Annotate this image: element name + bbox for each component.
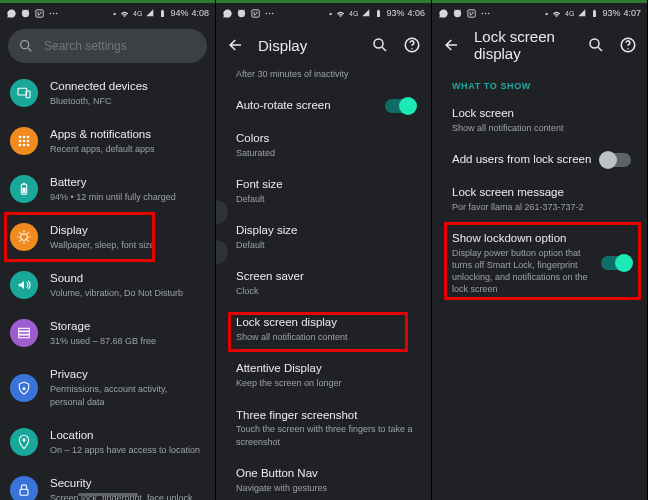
settings-item-apps[interactable]: Apps & notificationsRecent apps, default…: [0, 117, 215, 165]
lockscreen-item[interactable]: Lock screen messagePor favor llama al 26…: [432, 176, 647, 222]
lockscreen-settings-list: Lock screenShow all notification content…: [432, 97, 647, 305]
texts: Font sizeDefault: [236, 177, 283, 205]
item-subtitle: Volume, vibration, Do Not Disturb: [50, 287, 183, 299]
wifi-icon: [335, 8, 346, 19]
item-title: Privacy: [50, 367, 203, 382]
texts: ColorsSaturated: [236, 131, 275, 159]
search-settings[interactable]: [8, 29, 207, 63]
settings-item-sound[interactable]: SoundVolume, vibration, Do Not Disturb: [0, 261, 215, 309]
chat-icon: [438, 8, 449, 19]
search-icon: [18, 38, 34, 54]
net-label: 4G: [133, 10, 142, 17]
item-subtitle: Recent apps, default apps: [50, 143, 155, 155]
more-icon: [48, 8, 59, 19]
item-subtitle: Show all notification content: [452, 122, 564, 134]
texts: Lock screen messagePor favor llama al 26…: [452, 185, 584, 213]
battery-icon: [590, 8, 599, 19]
help-icon[interactable]: [403, 36, 421, 54]
display-item[interactable]: Attentive DisplayKeep the screen on long…: [216, 352, 431, 398]
settings-item-devices[interactable]: Connected devicesBluetooth, NFC: [0, 69, 215, 117]
battery-pct: 94%: [170, 8, 188, 18]
settings-item-location[interactable]: LocationOn – 12 apps have access to loca…: [0, 418, 215, 466]
display-item[interactable]: After 30 minutes of inactivity: [216, 67, 431, 89]
search-input[interactable]: [44, 39, 197, 53]
page-title: Lock screen display: [474, 28, 573, 62]
net-label: 4G: [349, 10, 358, 17]
settings-item-storage[interactable]: Storage31% used – 87.68 GB free: [0, 309, 215, 357]
item-subtitle: After 30 minutes of inactivity: [236, 68, 349, 80]
item-subtitle: Wallpaper, sleep, font size: [50, 239, 155, 251]
display-item[interactable]: ColorsSaturated: [216, 122, 431, 168]
item-title: Location: [50, 428, 200, 443]
clock: 4:08: [191, 8, 209, 18]
item-title: Security: [50, 476, 193, 491]
search-icon[interactable]: [587, 36, 605, 54]
settings-item-display[interactable]: DisplayWallpaper, sleep, font size: [0, 213, 215, 261]
texts: SoundVolume, vibration, Do Not Disturb: [50, 271, 183, 299]
item-title: Connected devices: [50, 79, 148, 94]
display-settings-list: After 30 minutes of inactivityAuto-rotat…: [216, 67, 431, 500]
devices-icon: [10, 79, 38, 107]
display-item[interactable]: Screen saverClock: [216, 260, 431, 306]
lockscreen-item[interactable]: Show lockdown optionDisplay power button…: [432, 222, 647, 305]
item-title: Colors: [236, 131, 275, 146]
dot-icon: •: [113, 9, 116, 18]
item-title: One Button Nav: [236, 466, 327, 481]
item-title: Font size: [236, 177, 283, 192]
alarm-icon: [236, 8, 247, 19]
display-item[interactable]: Three finger screenshotTouch the screen …: [216, 399, 431, 457]
signal-icon: [577, 8, 587, 18]
panel-lockscreen-display: • 4G 93% 4:07 Lock screen display WHAT T…: [432, 0, 648, 500]
chat-icon: [222, 8, 233, 19]
page-title: Display: [258, 37, 357, 54]
toggle[interactable]: [601, 153, 631, 167]
dot-icon: •: [545, 9, 548, 18]
item-subtitle: Por favor llama al 261-373-737-2: [452, 201, 584, 213]
item-title: Sound: [50, 271, 183, 286]
item-title: Display size: [236, 223, 297, 238]
item-title: Screen saver: [236, 269, 304, 284]
texts: Auto-rotate screen: [236, 98, 331, 113]
search-icon[interactable]: [371, 36, 389, 54]
panel-settings-root: • 4G 94% 4:08 Connected devicesBluetooth…: [0, 0, 216, 500]
settings-item-privacy[interactable]: PrivacyPermissions, account activity, pe…: [0, 357, 215, 417]
texts: DisplayWallpaper, sleep, font size: [50, 223, 155, 251]
clock: 4:07: [623, 8, 641, 18]
item-subtitle: Saturated: [236, 147, 275, 159]
location-icon: [10, 428, 38, 456]
signal-icon: [145, 8, 155, 18]
texts: Screen saverClock: [236, 269, 304, 297]
lockscreen-item[interactable]: Lock screenShow all notification content: [432, 97, 647, 143]
texts: Battery94% • 12 min until fully charged: [50, 175, 176, 203]
toggle[interactable]: [385, 99, 415, 113]
panel-display: • 4G 93% 4:06 Display After 30 minutes o…: [216, 0, 432, 500]
display-item[interactable]: One Button NavNavigate with gestures: [216, 457, 431, 500]
display-item[interactable]: Auto-rotate screen: [216, 89, 431, 122]
lockscreen-item[interactable]: Add users from lock screen: [432, 143, 647, 176]
texts: SecurityScreen lock, fingerprint, face u…: [50, 476, 193, 500]
toggle[interactable]: [601, 256, 631, 270]
display-item[interactable]: Lock screen displayShow all notification…: [216, 306, 431, 352]
security-icon: [10, 476, 38, 500]
help-icon[interactable]: [619, 36, 637, 54]
texts: PrivacyPermissions, account activity, pe…: [50, 367, 203, 407]
item-subtitle: On – 12 apps have access to location: [50, 444, 200, 456]
item-title: Auto-rotate screen: [236, 98, 331, 113]
item-title: Lock screen display: [236, 315, 348, 330]
wifi-icon: [119, 8, 130, 19]
item-title: Apps & notifications: [50, 127, 155, 142]
alarm-icon: [452, 8, 463, 19]
item-title: Show lockdown option: [452, 231, 601, 246]
display-item[interactable]: Font sizeDefault: [216, 168, 431, 214]
texts: LocationOn – 12 apps have access to loca…: [50, 428, 200, 456]
texts: Storage31% used – 87.68 GB free: [50, 319, 156, 347]
display-item[interactable]: Display sizeDefault: [216, 214, 431, 260]
nfc-icon: [34, 8, 45, 19]
battery-pct: 93%: [386, 8, 404, 18]
settings-item-battery[interactable]: Battery94% • 12 min until fully charged: [0, 165, 215, 213]
back-icon[interactable]: [442, 36, 460, 54]
back-icon[interactable]: [226, 36, 244, 54]
item-subtitle: Navigate with gestures: [236, 482, 327, 494]
item-subtitle: Keep the screen on longer: [236, 377, 342, 389]
item-subtitle: Default: [236, 193, 283, 205]
